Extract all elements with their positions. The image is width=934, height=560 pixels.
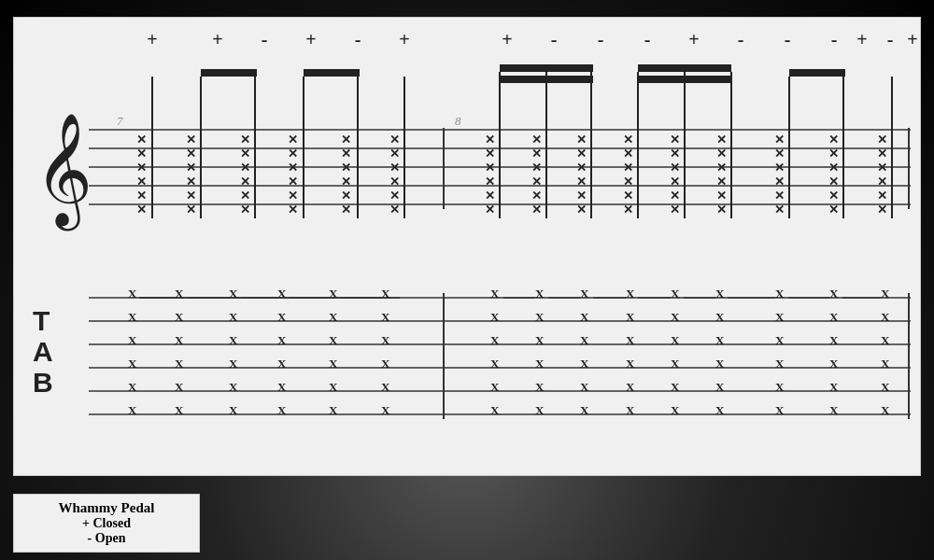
svg-text:✕: ✕ <box>389 189 400 203</box>
svg-text:✕: ✕ <box>828 161 839 175</box>
svg-text:X: X <box>829 333 839 347</box>
svg-text:X: X <box>535 380 545 394</box>
svg-text:✕: ✕ <box>576 175 587 189</box>
svg-text:X: X <box>490 357 500 371</box>
svg-text:✕: ✕ <box>186 203 196 217</box>
svg-text:+: + <box>907 29 917 49</box>
svg-text:✕: ✕ <box>774 203 785 217</box>
svg-text:X: X <box>829 357 839 371</box>
svg-rect-29 <box>638 64 731 72</box>
svg-text:✕: ✕ <box>828 175 839 189</box>
svg-text:✕: ✕ <box>186 161 196 175</box>
svg-text:X: X <box>715 380 725 394</box>
svg-text:✕: ✕ <box>877 147 887 161</box>
svg-text:X: X <box>580 357 589 371</box>
svg-text:✕: ✕ <box>485 189 495 203</box>
svg-text:X: X <box>381 287 390 301</box>
svg-text:✕: ✕ <box>341 189 351 203</box>
svg-text:✕: ✕ <box>670 133 680 147</box>
svg-text:X: X <box>671 403 680 417</box>
svg-text:✕: ✕ <box>623 175 633 189</box>
svg-text:✕: ✕ <box>531 203 542 217</box>
svg-text:X: X <box>381 403 390 417</box>
svg-text:✕: ✕ <box>670 161 680 175</box>
svg-text:✕: ✕ <box>136 161 147 175</box>
svg-text:✕: ✕ <box>576 161 587 175</box>
svg-text:X: X <box>329 333 338 347</box>
svg-text:✕: ✕ <box>485 203 495 217</box>
svg-text:X: X <box>829 380 839 394</box>
svg-text:✕: ✕ <box>716 147 727 161</box>
svg-text:-: - <box>262 29 268 49</box>
svg-text:X: X <box>175 403 184 417</box>
svg-text:✕: ✕ <box>716 133 727 147</box>
svg-text:X: X <box>671 357 680 371</box>
svg-text:X: X <box>277 380 287 394</box>
svg-text:✕: ✕ <box>136 147 147 161</box>
svg-text:✕: ✕ <box>288 147 298 161</box>
svg-text:✕: ✕ <box>576 133 587 147</box>
svg-text:✕: ✕ <box>531 133 542 147</box>
svg-text:X: X <box>229 310 238 324</box>
svg-text:✕: ✕ <box>531 147 542 161</box>
svg-text:T: T <box>33 305 50 336</box>
svg-text:A: A <box>33 336 53 367</box>
svg-text:X: X <box>829 310 839 324</box>
svg-text:✕: ✕ <box>828 203 839 217</box>
svg-text:X: X <box>381 333 390 347</box>
svg-text:✕: ✕ <box>485 147 495 161</box>
svg-text:X: X <box>881 357 890 371</box>
svg-text:✕: ✕ <box>288 161 298 175</box>
svg-text:+: + <box>399 29 409 49</box>
svg-text:X: X <box>128 287 137 301</box>
svg-text:✕: ✕ <box>136 189 147 203</box>
svg-text:✕: ✕ <box>240 203 250 217</box>
svg-text:✕: ✕ <box>389 133 400 147</box>
svg-text:X: X <box>329 380 338 394</box>
svg-text:✕: ✕ <box>186 133 196 147</box>
svg-text:X: X <box>229 333 238 347</box>
notation-svg: + + - + - + + - - - + - - - + - + 𝄞 7 8 <box>14 18 920 475</box>
svg-text:✕: ✕ <box>774 161 785 175</box>
svg-text:✕: ✕ <box>485 161 495 175</box>
svg-text:✕: ✕ <box>623 147 633 161</box>
svg-text:X: X <box>715 357 725 371</box>
svg-text:-: - <box>785 29 791 49</box>
svg-text:X: X <box>775 287 785 301</box>
svg-text:X: X <box>490 403 500 417</box>
svg-text:✕: ✕ <box>670 189 680 203</box>
svg-text:X: X <box>671 310 680 324</box>
svg-text:✕: ✕ <box>288 203 298 217</box>
svg-text:✕: ✕ <box>623 133 633 147</box>
legend-closed: + Closed <box>23 516 190 531</box>
svg-text:X: X <box>535 357 545 371</box>
svg-text:✕: ✕ <box>341 161 351 175</box>
svg-text:✕: ✕ <box>531 189 542 203</box>
svg-text:+: + <box>688 29 699 49</box>
svg-text:✕: ✕ <box>136 133 147 147</box>
svg-text:X: X <box>626 380 635 394</box>
legend-title: Whammy Pedal <box>23 500 190 516</box>
svg-text:X: X <box>775 310 785 324</box>
svg-text:✕: ✕ <box>186 175 196 189</box>
svg-text:X: X <box>881 287 890 301</box>
svg-text:✕: ✕ <box>877 161 887 175</box>
svg-text:X: X <box>715 333 725 347</box>
svg-text:✕: ✕ <box>389 175 400 189</box>
svg-text:+: + <box>305 29 316 49</box>
svg-text:-: - <box>551 29 558 49</box>
svg-rect-27 <box>500 64 593 72</box>
svg-text:X: X <box>490 310 500 324</box>
svg-text:✕: ✕ <box>877 189 887 203</box>
svg-text:X: X <box>580 333 589 347</box>
svg-text:✕: ✕ <box>341 147 351 161</box>
svg-text:7: 7 <box>117 114 123 128</box>
svg-text:X: X <box>329 357 338 371</box>
svg-text:✕: ✕ <box>877 175 887 189</box>
svg-rect-25 <box>201 69 257 77</box>
svg-text:X: X <box>381 310 390 324</box>
svg-text:X: X <box>381 380 390 394</box>
svg-text:X: X <box>175 333 184 347</box>
svg-text:X: X <box>277 333 287 347</box>
svg-text:X: X <box>128 333 137 347</box>
